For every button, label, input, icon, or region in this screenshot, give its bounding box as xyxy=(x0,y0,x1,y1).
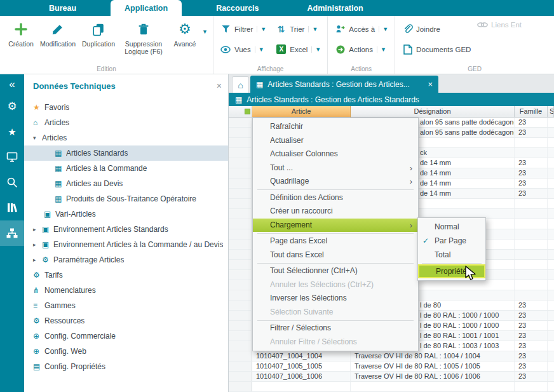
rail-favorites-button[interactable]: ★ xyxy=(0,119,24,144)
vues-dropdown-icon[interactable]: ▼ xyxy=(255,46,264,53)
rail-library-button[interactable] xyxy=(0,195,24,220)
collapse-panel-icon[interactable]: « xyxy=(9,77,15,93)
context-menu-item[interactable]: Actualiser Colonnes xyxy=(253,147,418,161)
menu-raccourcis[interactable]: Raccourcis xyxy=(202,0,273,16)
cell-s xyxy=(548,148,554,158)
cell-s xyxy=(548,290,554,300)
group-label-actions: Actions xyxy=(328,65,395,72)
acces-a-button[interactable]: Accès à ▼ xyxy=(333,20,389,37)
caret-right-icon[interactable]: ▸ xyxy=(33,257,42,263)
tree-item[interactable]: ▤Config. Propriétés xyxy=(24,359,228,374)
table-header: Article Désignation Famille S xyxy=(229,106,554,118)
acces-a-dropdown-icon[interactable]: ▼ xyxy=(379,26,388,32)
acces-a-label: Accès à xyxy=(349,25,375,33)
tree-item[interactable]: ▦Articles Standards xyxy=(24,145,228,161)
select-all-corner[interactable] xyxy=(229,106,252,118)
tree-item[interactable]: ⊕Config. Web xyxy=(24,344,228,359)
row-selector xyxy=(229,290,252,300)
menu-bureau[interactable]: Bureau xyxy=(35,0,90,16)
column-header-famille[interactable]: Famille xyxy=(515,106,548,118)
context-menu-item[interactable]: Tout ...› xyxy=(253,161,418,175)
submenu-item[interactable]: Normal xyxy=(418,220,485,234)
tree-item[interactable]: ★Favoris xyxy=(24,100,228,115)
table-row[interactable]: 1010407_1005_1005Traverse OV HI de 80 RA… xyxy=(229,362,554,372)
context-menu-item[interactable]: Créer un raccourci xyxy=(253,205,418,219)
excel-label: Excel xyxy=(290,46,307,53)
duplication-button[interactable]: Duplication xyxy=(79,17,118,48)
avance-button[interactable]: ⚙ Avancé xyxy=(169,17,201,48)
menu-administration[interactable]: Administration xyxy=(294,0,377,16)
vues-button[interactable]: Vues ▼ xyxy=(219,41,267,58)
modification-button[interactable]: Modification xyxy=(37,17,79,48)
table-row[interactable]: 1010407_1006_1006Traverse OV HI de 80 RA… xyxy=(229,372,554,382)
tree-item[interactable]: ▸⚙Paramétrage Articles xyxy=(24,252,228,267)
avance-dropdown-icon[interactable]: ▼ xyxy=(202,29,208,35)
filtrer-dropdown-icon[interactable]: ▼ xyxy=(257,26,266,32)
context-menu-item[interactable]: Inverser les Sélections xyxy=(253,292,418,306)
duplication-label: Duplication xyxy=(82,40,115,48)
excel-button[interactable]: X Excel ▼ xyxy=(274,41,322,58)
rail-monitor-button[interactable] xyxy=(0,144,24,170)
excel-dropdown-icon[interactable]: ▼ xyxy=(311,46,321,53)
tree-item[interactable]: ⋔Nomenclatures xyxy=(24,283,228,298)
tree-item[interactable]: ⌂Articles xyxy=(24,115,228,130)
tab-close-icon[interactable]: × xyxy=(425,79,433,89)
column-header-designation[interactable]: Désignation xyxy=(351,106,515,118)
documents-ged-button[interactable]: Documents GED xyxy=(400,41,549,58)
nav-panel-title: Données Techniques xyxy=(33,81,217,91)
cell-famille xyxy=(515,199,548,208)
table-row[interactable] xyxy=(229,382,554,392)
context-menu-item[interactable]: Actualiser xyxy=(253,134,418,148)
submenu-arrow-icon: › xyxy=(410,219,412,233)
tree-item[interactable]: ▣Vari-Articles xyxy=(24,206,228,222)
tree-item[interactable]: ⊕Config. Commerciale xyxy=(24,328,228,344)
submenu-item[interactable]: ✓Par Page xyxy=(418,234,485,248)
tree-item[interactable]: ⚙Ressources xyxy=(24,313,228,328)
tree-item[interactable]: ▸▣Environnement Articles à la Commande /… xyxy=(24,237,228,252)
rail-org-chart-button[interactable] xyxy=(0,220,24,246)
home-tab[interactable]: ⌂ xyxy=(232,76,249,93)
context-menu-item[interactable]: Filtrer / Sélections xyxy=(253,321,418,335)
context-menu-item[interactable]: Quadrillage› xyxy=(253,175,418,189)
trier-button[interactable]: ⇅ Trier ▼ xyxy=(274,20,322,37)
caret-right-icon[interactable]: ▸ xyxy=(33,226,42,233)
row-selector xyxy=(229,341,252,351)
column-header-article[interactable]: Article xyxy=(252,106,351,118)
submenu-item[interactable]: Total xyxy=(418,248,485,262)
filtrer-button[interactable]: Filtrer ▼ xyxy=(219,20,267,37)
actions-button[interactable]: Actions ▼ xyxy=(333,41,389,58)
cell-article: 1010407_1004_1004 xyxy=(252,351,351,361)
creation-button[interactable]: Création xyxy=(5,17,37,48)
caret-right-icon[interactable]: ▸ xyxy=(33,241,42,248)
context-menu-item[interactable]: Tout dans Excel xyxy=(253,248,418,262)
suppression-logique-button[interactable]: Suppression Logique (F6) xyxy=(118,17,169,55)
context-menu-item[interactable]: Rafraîchir xyxy=(253,120,418,134)
menu-separator xyxy=(257,320,414,321)
rail-search-button[interactable] xyxy=(0,170,24,195)
tree-item[interactable]: ▦Produits de Sous-Traitance Opératoire xyxy=(24,191,228,206)
nav-panel-close-icon[interactable]: × xyxy=(217,81,222,91)
context-menu-item[interactable]: Tout Sélectionner (Ctrl+A) xyxy=(253,264,418,278)
trier-dropdown-icon[interactable]: ▼ xyxy=(308,26,318,32)
tree-item[interactable]: ⚙Tarifs xyxy=(24,267,228,283)
column-header-s[interactable]: S xyxy=(548,106,554,118)
menu-application[interactable]: Application xyxy=(111,0,182,16)
actions-dropdown-icon[interactable]: ▼ xyxy=(377,46,386,53)
tree-item[interactable]: ≡Gammes xyxy=(24,298,228,313)
tree-item[interactable]: ▦Articles à la Commande xyxy=(24,161,228,176)
cell-s xyxy=(548,280,554,290)
tab-articles-standards[interactable]: ▦ Articles Standards : Gestion des Artic… xyxy=(250,76,438,93)
context-menu-item[interactable]: Définition des Actions xyxy=(253,191,418,205)
joindre-button[interactable]: Joindre xyxy=(400,20,549,37)
table-row[interactable]: 1010407_1004_1004Traverse OV HI de 80 RA… xyxy=(229,351,554,362)
cell-famille xyxy=(515,382,548,391)
tree-item[interactable]: ▦Articles au Devis xyxy=(24,176,228,191)
cell-famille xyxy=(515,250,548,259)
context-menu-item[interactable]: Chargement› xyxy=(253,219,418,233)
tree-item[interactable]: ▾Articles xyxy=(24,130,228,145)
rail-settings-button[interactable]: ⚙ xyxy=(0,93,24,119)
caret-down-icon[interactable]: ▾ xyxy=(33,135,42,141)
context-menu-item[interactable]: Page dans Excel xyxy=(253,234,418,248)
eye-icon xyxy=(220,46,232,53)
tree-item[interactable]: ▸▣Environnement Articles Standards xyxy=(24,222,228,237)
